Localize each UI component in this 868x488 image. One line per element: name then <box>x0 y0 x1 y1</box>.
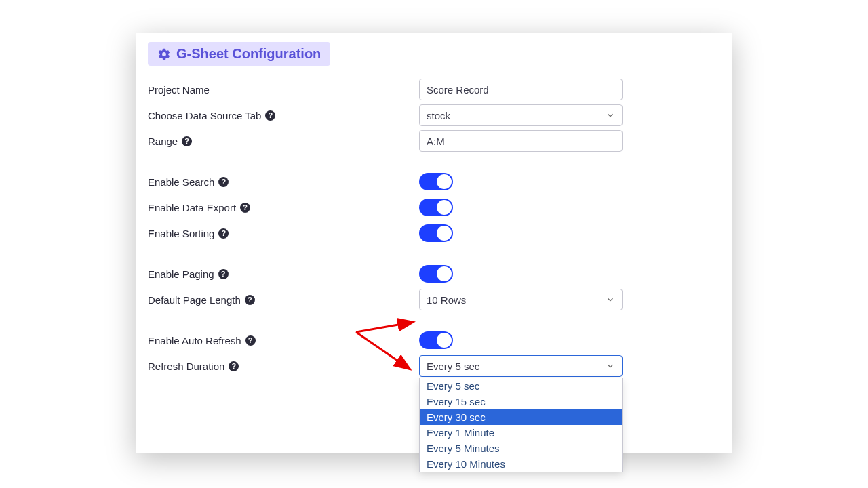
enable-export-toggle[interactable] <box>419 199 453 216</box>
chevron-down-icon <box>606 361 615 371</box>
label-text: Enable Paging <box>148 268 214 280</box>
select-value: Every 5 sec <box>427 361 479 372</box>
panel-header: G-Sheet Configuration <box>148 42 330 66</box>
label-text: Range <box>148 136 178 147</box>
help-icon[interactable]: ? <box>218 228 229 239</box>
label-page-length: Default Page Length ? <box>148 294 419 306</box>
refresh-option[interactable]: Every 5 Minutes <box>420 441 622 456</box>
label-enable-paging: Enable Paging ? <box>148 268 419 280</box>
enable-search-toggle[interactable] <box>419 173 453 190</box>
label-text: Enable Auto Refresh <box>148 335 241 346</box>
refresh-option[interactable]: Every 15 sec <box>420 394 622 409</box>
label-enable-search: Enable Search ? <box>148 176 419 188</box>
row-auto-refresh: Enable Auto Refresh ? <box>148 329 720 352</box>
panel-title: G-Sheet Configuration <box>176 46 321 62</box>
row-range: Range ? <box>148 129 720 152</box>
data-source-select[interactable]: stock <box>419 104 623 126</box>
help-icon[interactable]: ? <box>229 361 239 371</box>
help-icon[interactable]: ? <box>245 295 255 305</box>
help-icon[interactable]: ? <box>218 177 229 187</box>
label-text: Enable Search <box>148 176 214 188</box>
help-icon[interactable]: ? <box>182 136 192 146</box>
help-icon[interactable]: ? <box>245 336 256 346</box>
label-text: Project Name <box>148 84 210 96</box>
help-icon[interactable]: ? <box>218 269 229 279</box>
label-auto-refresh: Enable Auto Refresh ? <box>148 335 419 346</box>
label-text: Choose Data Source Tab <box>148 110 261 121</box>
label-enable-export: Enable Data Export ? <box>148 202 419 214</box>
select-value: stock <box>427 110 450 121</box>
row-page-length: Default Page Length ? 10 Rows <box>148 288 720 311</box>
label-text: Enable Sorting <box>148 228 214 239</box>
refresh-option[interactable]: Every 5 sec <box>420 378 622 394</box>
help-icon[interactable]: ? <box>240 203 250 213</box>
row-enable-paging: Enable Paging ? <box>148 262 720 285</box>
page-length-select[interactable]: 10 Rows <box>419 289 623 310</box>
row-enable-sorting: Enable Sorting ? <box>148 222 720 245</box>
refresh-option[interactable]: Every 10 Minutes <box>420 456 622 472</box>
label-text: Default Page Length <box>148 294 241 306</box>
help-icon[interactable]: ? <box>265 110 275 121</box>
gear-icon <box>157 47 171 61</box>
label-enable-sorting: Enable Sorting ? <box>148 228 419 239</box>
chevron-down-icon <box>606 110 615 120</box>
row-enable-export: Enable Data Export ? <box>148 196 720 219</box>
auto-refresh-toggle[interactable] <box>419 331 453 349</box>
label-project-name: Project Name <box>148 84 419 96</box>
label-data-source: Choose Data Source Tab ? <box>148 110 419 121</box>
select-value: 10 Rows <box>427 294 466 306</box>
project-name-input[interactable] <box>419 79 623 100</box>
refresh-duration-select[interactable]: Every 5 sec <box>419 355 623 377</box>
label-text: Enable Data Export <box>148 202 236 214</box>
refresh-option[interactable]: Every 1 Minute <box>420 425 622 441</box>
range-input[interactable] <box>419 130 623 152</box>
row-enable-search: Enable Search ? <box>148 170 720 193</box>
row-refresh-duration: Refresh Duration ? Every 5 sec Every 5 s… <box>148 354 720 378</box>
label-refresh-duration: Refresh Duration ? <box>148 361 419 372</box>
label-text: Refresh Duration <box>148 361 224 372</box>
label-range: Range ? <box>148 136 419 147</box>
config-panel: G-Sheet Configuration Project Name Choos… <box>136 33 732 453</box>
refresh-duration-dropdown: Every 5 secEvery 15 secEvery 30 secEvery… <box>419 378 623 472</box>
refresh-option[interactable]: Every 30 sec <box>420 409 622 425</box>
row-project-name: Project Name <box>148 78 720 101</box>
row-data-source: Choose Data Source Tab ? stock <box>148 104 720 127</box>
enable-sorting-toggle[interactable] <box>419 224 453 242</box>
chevron-down-icon <box>606 295 615 304</box>
enable-paging-toggle[interactable] <box>419 265 453 283</box>
